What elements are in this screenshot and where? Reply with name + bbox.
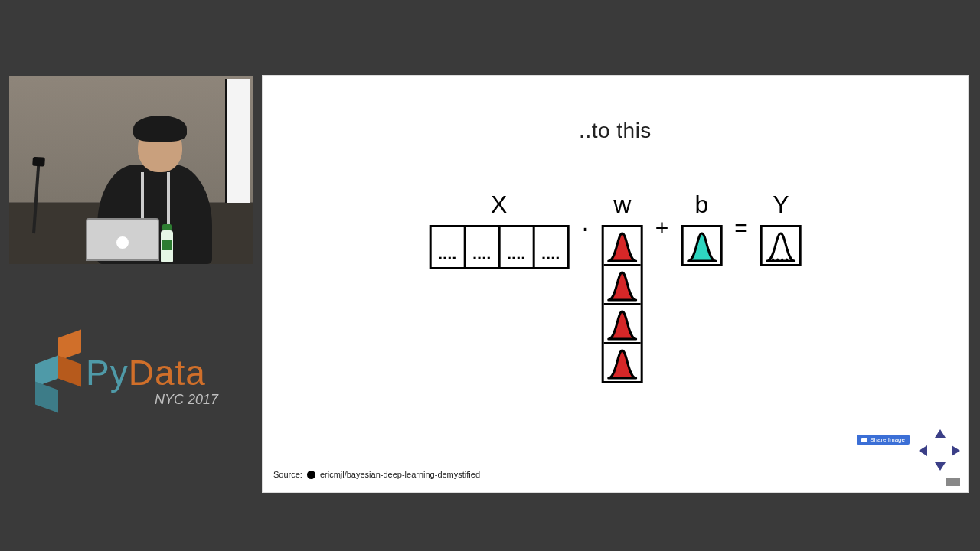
term-x: X .... .... .... .... — [429, 191, 569, 269]
page-indicator — [946, 478, 960, 486]
y-box — [760, 225, 802, 266]
conference-logo: PyData NYC 2017 — [23, 329, 245, 429]
slide-pane: ..to this X .... .... .... .... · w — [263, 76, 968, 492]
laptop-icon — [86, 218, 159, 261]
label-x: X — [491, 191, 507, 219]
nav-down-arrow[interactable] — [935, 462, 946, 471]
b-box — [681, 225, 722, 266]
operator-equals: = — [734, 191, 748, 266]
operator-dot: · — [581, 191, 590, 266]
x-cell: .... — [532, 227, 567, 267]
x-cell: .... — [431, 227, 463, 267]
video-frame: PyData NYC 2017 ..to this X .... .... ..… — [0, 0, 980, 551]
w-cell — [604, 303, 641, 342]
source-prefix: Source: — [273, 470, 302, 479]
nav-up-arrow[interactable] — [935, 429, 946, 438]
equation: X .... .... .... .... · w — [429, 191, 802, 383]
label-w: w — [613, 191, 631, 219]
nav-left-arrow[interactable] — [919, 445, 927, 456]
brand-data: Data — [129, 353, 206, 393]
conference-wordmark: PyData — [86, 352, 206, 393]
w-cell — [604, 227, 641, 264]
term-w: w — [602, 191, 643, 383]
w-cell — [604, 342, 641, 381]
share-image-button[interactable]: Share Image — [857, 435, 910, 445]
operator-plus: + — [655, 191, 669, 266]
share-image-label: Share Image — [870, 436, 905, 443]
svg-point-1 — [776, 258, 779, 260]
nav-right-arrow[interactable] — [952, 445, 960, 456]
speaker-camera-pane — [9, 76, 253, 264]
w-cell — [604, 264, 641, 303]
x-row-vector: .... .... .... .... — [429, 225, 569, 269]
water-bottle-icon — [161, 230, 173, 262]
svg-point-3 — [786, 258, 788, 260]
label-y: Y — [773, 191, 789, 219]
slide-title: ..to this — [263, 119, 968, 143]
slide-nav-cluster — [919, 429, 960, 471]
source-citation: Source: ericmjl/bayesian-deep-learning-d… — [273, 470, 932, 481]
source-repo: ericmjl/bayesian-deep-learning-demystifi… — [320, 470, 480, 479]
conference-edition: NYC 2017 — [155, 392, 218, 408]
camera-icon — [861, 438, 867, 442]
term-b: b — [681, 191, 722, 266]
svg-point-2 — [781, 258, 783, 260]
term-y: Y — [760, 191, 802, 266]
x-cell: .... — [463, 227, 498, 267]
label-b: b — [694, 191, 708, 219]
brand-py: Py — [86, 353, 129, 393]
github-icon — [307, 471, 315, 479]
svg-point-0 — [772, 258, 774, 260]
w-column-vector — [602, 225, 643, 383]
x-cell: .... — [498, 227, 532, 267]
